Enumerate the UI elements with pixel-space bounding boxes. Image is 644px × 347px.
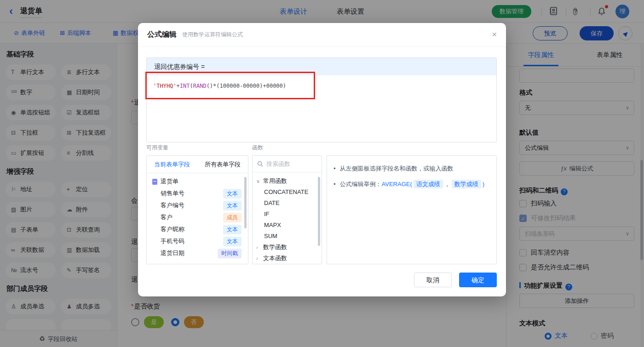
variable-tabs: 当前表单字段 所有表单字段	[147, 156, 248, 173]
variable-item[interactable]: 客户编号文本	[147, 199, 248, 211]
function-item[interactable]: DATE	[253, 198, 322, 209]
variable-name: 客户	[161, 213, 223, 222]
modal-subtitle: 使用数学运算符编辑公式	[182, 31, 243, 39]
confirm-button[interactable]: 确定	[459, 273, 497, 287]
cancel-button[interactable]: 取消	[414, 273, 452, 287]
variables-panel: 当前表单字段 所有表单字段 退货单销售单号文本客户编号文本客户成员客户昵称文本手…	[146, 155, 248, 264]
function-group-label: 常用函数	[263, 177, 287, 184]
scrollbar-thumb[interactable]	[244, 177, 247, 228]
formula-target: 退回优惠券编号 =	[147, 58, 496, 75]
example-chip: 数学成绩	[452, 180, 481, 188]
caret-icon: ›	[256, 242, 261, 253]
variable-type-badge: 成员	[223, 213, 242, 222]
function-search-input[interactable]	[266, 160, 312, 167]
caret-icon: ∨	[256, 176, 261, 187]
variable-type-badge: 时间戳	[218, 249, 242, 258]
formula-token: +	[177, 83, 180, 89]
close-icon[interactable]: ×	[492, 30, 497, 39]
scrollbar-thumb[interactable]	[318, 177, 320, 246]
tips-panel: •从左侧面板选择字段名和函数，或输入函数 •公式编辑举例：AVERAGE(语文成…	[327, 155, 497, 264]
function-search	[253, 156, 322, 172]
formula-token: RAND	[193, 83, 207, 89]
tip-line-2: •公式编辑举例：AVERAGE(语文成绩，数学成绩)	[334, 179, 490, 189]
function-group[interactable]: ›数学函数	[253, 242, 322, 253]
variable-item[interactable]: 客户成员	[147, 211, 248, 223]
function-item[interactable]: IF	[253, 209, 322, 220]
variable-name: 客户昵称	[161, 225, 223, 233]
variable-type-badge: 文本	[223, 237, 242, 246]
variable-form-row[interactable]: 退货单	[147, 176, 248, 188]
variable-name: 退货日期	[161, 249, 218, 257]
variable-type-badge: 文本	[223, 189, 242, 199]
function-item[interactable]: MAPX	[253, 220, 322, 231]
variable-type-badge: 文本	[223, 201, 242, 210]
tip-line-1: •从左侧面板选择字段名和函数，或输入函数	[334, 164, 490, 173]
variable-item[interactable]: 客户昵称文本	[147, 223, 248, 235]
caret-icon: ›	[256, 253, 261, 264]
variable-name: 客户编号	[161, 201, 223, 210]
formula-token: (	[190, 83, 193, 89]
variable-item[interactable]: 退货日期时间戳	[147, 247, 248, 259]
variable-type-badge: 文本	[223, 225, 242, 234]
search-icon	[257, 161, 263, 167]
variable-item[interactable]: 手机号码文本	[147, 235, 248, 247]
function-item[interactable]: CONCATENATE	[253, 187, 322, 198]
formula-token: INT	[180, 83, 190, 89]
modal-header: 公式编辑 使用数学运算符编辑公式 ×	[138, 23, 506, 47]
example-chip: 语文成绩	[414, 180, 443, 188]
function-tree: ∨常用函数CONCATENATEDATEIFMAPXSUM›数学函数›文本函数	[253, 172, 322, 264]
variable-list: 退货单销售单号文本客户编号文本客户成员客户昵称文本手机号码文本退货日期时间戳	[147, 173, 248, 259]
formula-editor: 退回优惠券编号 = 'THYHQ'+INT(RAND()*(100000-000…	[146, 57, 497, 142]
form-doc-icon	[152, 179, 157, 185]
variable-item[interactable]: 销售单号文本	[147, 188, 248, 199]
function-group[interactable]: ∨常用函数	[253, 176, 322, 187]
function-group-label: 文本函数	[263, 255, 287, 262]
variable-form-name: 退货单	[161, 177, 242, 186]
formula-edit-modal: 公式编辑 使用数学运算符编辑公式 × 退回优惠券编号 = 'THYHQ'+INT…	[138, 23, 506, 296]
formula-token: 'THYHQ'	[153, 83, 177, 89]
variable-name: 销售单号	[161, 189, 223, 198]
function-group[interactable]: ›文本函数	[253, 253, 322, 264]
formula-code-area[interactable]: 'THYHQ'+INT(RAND()*(100000-00000)+00000)	[147, 75, 496, 142]
function-item[interactable]: SUM	[253, 231, 322, 242]
variables-label: 可用变量	[146, 144, 168, 152]
tab-all-form-fields[interactable]: 所有表单字段	[197, 156, 248, 173]
functions-panel: ∨常用函数CONCATENATEDATEIFMAPXSUM›数学函数›文本函数	[252, 155, 322, 264]
function-group-label: 数学函数	[263, 244, 287, 250]
variable-name: 手机号码	[161, 237, 223, 245]
functions-label: 函数	[252, 144, 263, 152]
formula-token: ()*(100000-00000)+00000)	[207, 83, 286, 89]
tab-current-form-fields[interactable]: 当前表单字段	[147, 156, 197, 173]
modal-title: 公式编辑	[147, 30, 177, 40]
app-screen: ‹ 退货单 表单设计 表单设置 数据管理 ? 理 ⊘表单外链⊠后端脚本▦数据权	[0, 0, 644, 347]
